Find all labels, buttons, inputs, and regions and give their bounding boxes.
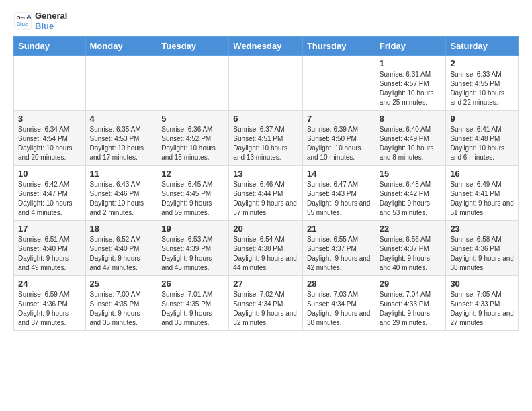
col-header-wednesday: Wednesday — [229, 37, 303, 56]
day-number: 19 — [161, 224, 224, 234]
day-cell: 16Sunrise: 6:49 AM Sunset: 4:41 PM Dayli… — [446, 166, 519, 221]
col-header-tuesday: Tuesday — [157, 37, 229, 56]
day-number: 14 — [307, 169, 371, 179]
logo: General Blue General Blue — [13, 11, 67, 31]
page: General Blue General Blue SundayMondayTu… — [0, 0, 532, 342]
day-number: 1 — [380, 58, 442, 68]
day-cell: 7Sunrise: 6:39 AM Sunset: 4:50 PM Daylig… — [302, 111, 375, 166]
day-cell: 11Sunrise: 6:43 AM Sunset: 4:46 PM Dayli… — [85, 166, 157, 221]
day-info: Sunrise: 6:39 AM Sunset: 4:50 PM Dayligh… — [307, 125, 371, 163]
calendar: SundayMondayTuesdayWednesdayThursdayFrid… — [13, 36, 519, 331]
day-info: Sunrise: 6:48 AM Sunset: 4:42 PM Dayligh… — [380, 180, 442, 218]
day-cell: 2Sunrise: 6:33 AM Sunset: 4:55 PM Daylig… — [446, 56, 519, 111]
day-info: Sunrise: 6:51 AM Sunset: 4:40 PM Dayligh… — [18, 235, 81, 273]
day-info: Sunrise: 6:45 AM Sunset: 4:45 PM Dayligh… — [161, 180, 224, 218]
week-row-4: 24Sunrise: 6:59 AM Sunset: 4:36 PM Dayli… — [14, 276, 519, 331]
day-cell — [14, 56, 86, 111]
col-header-thursday: Thursday — [302, 37, 375, 56]
day-number: 25 — [90, 279, 153, 289]
day-cell: 23Sunrise: 6:58 AM Sunset: 4:36 PM Dayli… — [446, 221, 519, 276]
day-number: 8 — [380, 113, 442, 124]
day-cell — [157, 56, 229, 111]
day-info: Sunrise: 6:33 AM Sunset: 4:55 PM Dayligh… — [450, 70, 514, 107]
day-cell: 5Sunrise: 6:36 AM Sunset: 4:52 PM Daylig… — [157, 111, 229, 166]
day-info: Sunrise: 6:46 AM Sunset: 4:44 PM Dayligh… — [233, 180, 298, 218]
day-info: Sunrise: 6:56 AM Sunset: 4:37 PM Dayligh… — [380, 235, 442, 273]
day-cell: 24Sunrise: 6:59 AM Sunset: 4:36 PM Dayli… — [14, 276, 86, 331]
day-info: Sunrise: 6:34 AM Sunset: 4:54 PM Dayligh… — [18, 125, 81, 163]
day-cell: 14Sunrise: 6:47 AM Sunset: 4:43 PM Dayli… — [302, 166, 375, 221]
day-cell: 17Sunrise: 6:51 AM Sunset: 4:40 PM Dayli… — [14, 221, 86, 276]
day-info: Sunrise: 7:00 AM Sunset: 4:35 PM Dayligh… — [90, 290, 153, 328]
day-number: 17 — [18, 224, 81, 234]
day-cell: 1Sunrise: 6:31 AM Sunset: 4:57 PM Daylig… — [375, 56, 446, 111]
day-info: Sunrise: 6:40 AM Sunset: 4:49 PM Dayligh… — [380, 125, 442, 163]
logo-text: General Blue — [35, 11, 67, 31]
day-cell: 9Sunrise: 6:41 AM Sunset: 4:48 PM Daylig… — [446, 111, 519, 166]
day-number: 29 — [380, 279, 442, 289]
day-cell: 13Sunrise: 6:46 AM Sunset: 4:44 PM Dayli… — [229, 166, 303, 221]
week-row-3: 17Sunrise: 6:51 AM Sunset: 4:40 PM Dayli… — [14, 221, 519, 276]
svg-text:Blue: Blue — [16, 21, 28, 27]
day-number: 6 — [233, 113, 298, 124]
day-info: Sunrise: 7:04 AM Sunset: 4:33 PM Dayligh… — [380, 290, 442, 328]
day-number: 21 — [307, 224, 371, 234]
day-info: Sunrise: 6:54 AM Sunset: 4:38 PM Dayligh… — [233, 235, 298, 273]
col-header-friday: Friday — [375, 37, 446, 56]
day-number: 26 — [161, 279, 224, 289]
col-header-sunday: Sunday — [14, 37, 86, 56]
day-number: 7 — [307, 113, 371, 124]
calendar-header-row: SundayMondayTuesdayWednesdayThursdayFrid… — [14, 37, 519, 56]
day-info: Sunrise: 7:02 AM Sunset: 4:34 PM Dayligh… — [233, 290, 298, 328]
day-info: Sunrise: 7:01 AM Sunset: 4:35 PM Dayligh… — [161, 290, 224, 328]
day-number: 2 — [450, 58, 514, 68]
day-info: Sunrise: 7:05 AM Sunset: 4:33 PM Dayligh… — [450, 290, 514, 328]
day-number: 4 — [90, 113, 153, 124]
day-number: 18 — [90, 224, 153, 234]
day-number: 12 — [161, 169, 224, 179]
day-info: Sunrise: 6:58 AM Sunset: 4:36 PM Dayligh… — [450, 235, 514, 273]
day-number: 23 — [450, 224, 514, 234]
day-info: Sunrise: 6:31 AM Sunset: 4:57 PM Dayligh… — [380, 70, 442, 107]
day-number: 3 — [18, 113, 81, 124]
day-info: Sunrise: 6:59 AM Sunset: 4:36 PM Dayligh… — [18, 290, 81, 328]
week-row-1: 3Sunrise: 6:34 AM Sunset: 4:54 PM Daylig… — [14, 111, 519, 166]
day-cell: 26Sunrise: 7:01 AM Sunset: 4:35 PM Dayli… — [157, 276, 229, 331]
day-number: 15 — [380, 169, 442, 179]
day-cell: 28Sunrise: 7:03 AM Sunset: 4:34 PM Dayli… — [302, 276, 375, 331]
header: General Blue General Blue — [13, 11, 519, 31]
day-cell: 8Sunrise: 6:40 AM Sunset: 4:49 PM Daylig… — [375, 111, 446, 166]
day-number: 30 — [450, 279, 514, 289]
day-number: 11 — [90, 169, 153, 179]
day-info: Sunrise: 6:49 AM Sunset: 4:41 PM Dayligh… — [450, 180, 514, 218]
day-cell — [229, 56, 303, 111]
svg-text:General: General — [16, 15, 32, 21]
day-cell: 30Sunrise: 7:05 AM Sunset: 4:33 PM Dayli… — [446, 276, 519, 331]
day-cell: 27Sunrise: 7:02 AM Sunset: 4:34 PM Dayli… — [229, 276, 303, 331]
logo-icon: General Blue — [13, 11, 32, 30]
day-number: 24 — [18, 279, 81, 289]
day-cell: 12Sunrise: 6:45 AM Sunset: 4:45 PM Dayli… — [157, 166, 229, 221]
day-cell: 15Sunrise: 6:48 AM Sunset: 4:42 PM Dayli… — [375, 166, 446, 221]
day-number: 10 — [18, 169, 81, 179]
day-info: Sunrise: 6:55 AM Sunset: 4:37 PM Dayligh… — [307, 235, 371, 273]
day-number: 16 — [450, 169, 514, 179]
day-cell: 4Sunrise: 6:35 AM Sunset: 4:53 PM Daylig… — [85, 111, 157, 166]
day-cell: 21Sunrise: 6:55 AM Sunset: 4:37 PM Dayli… — [302, 221, 375, 276]
day-number: 28 — [307, 279, 371, 289]
day-number: 22 — [380, 224, 442, 234]
day-info: Sunrise: 6:37 AM Sunset: 4:51 PM Dayligh… — [233, 125, 298, 163]
day-cell — [302, 56, 375, 111]
day-number: 5 — [161, 113, 224, 124]
day-info: Sunrise: 6:41 AM Sunset: 4:48 PM Dayligh… — [450, 125, 514, 163]
day-cell: 19Sunrise: 6:53 AM Sunset: 4:39 PM Dayli… — [157, 221, 229, 276]
day-cell: 29Sunrise: 7:04 AM Sunset: 4:33 PM Dayli… — [375, 276, 446, 331]
day-cell: 20Sunrise: 6:54 AM Sunset: 4:38 PM Dayli… — [229, 221, 303, 276]
day-info: Sunrise: 6:42 AM Sunset: 4:47 PM Dayligh… — [18, 180, 81, 218]
day-number: 27 — [233, 279, 298, 289]
day-info: Sunrise: 6:53 AM Sunset: 4:39 PM Dayligh… — [161, 235, 224, 273]
day-info: Sunrise: 6:36 AM Sunset: 4:52 PM Dayligh… — [161, 125, 224, 163]
col-header-saturday: Saturday — [446, 37, 519, 56]
col-header-monday: Monday — [85, 37, 157, 56]
day-cell: 22Sunrise: 6:56 AM Sunset: 4:37 PM Dayli… — [375, 221, 446, 276]
